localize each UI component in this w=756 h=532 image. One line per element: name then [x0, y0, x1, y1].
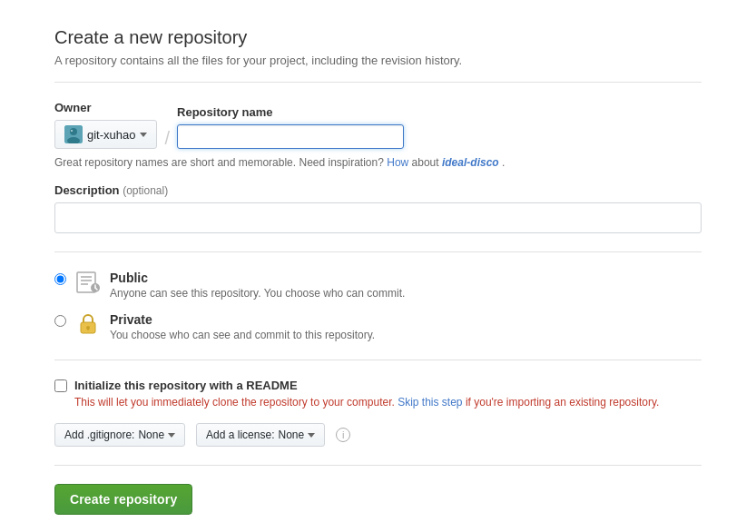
hint-part2: Need inspiration? — [299, 156, 383, 169]
private-description: You choose who can see and commit to thi… — [110, 329, 375, 341]
avatar-image — [64, 125, 83, 143]
section-divider-3 — [54, 465, 702, 466]
repo-name-label: Repository name — [177, 105, 404, 119]
description-label: Description (optional) — [54, 183, 702, 197]
initialize-section: Initialize this repository with a README… — [54, 379, 702, 409]
owner-name: git-xuhao — [87, 128, 135, 142]
visibility-group: Public Anyone can see this repository. Y… — [54, 271, 702, 341]
private-option: Private You choose who can see and commi… — [54, 312, 702, 341]
description-input[interactable] — [54, 202, 702, 233]
create-button-row: Create repository — [54, 484, 702, 515]
public-description: Anyone can see this repository. You choo… — [110, 287, 405, 300]
init-skip-link[interactable]: Skip this step — [398, 396, 462, 409]
repo-name-input[interactable] — [177, 124, 404, 149]
info-icon[interactable]: i — [336, 428, 350, 442]
owner-label: Owner — [54, 101, 157, 114]
owner-repo-separator: / — [164, 129, 170, 149]
hint-about: about — [412, 156, 439, 169]
public-label: Public — [110, 271, 405, 285]
initialize-checkbox[interactable] — [54, 379, 67, 392]
initialize-description: This will let you immediately clone the … — [74, 396, 702, 409]
dropdowns-row: Add .gitignore: None Add a license: None… — [54, 423, 702, 447]
license-caret-icon — [308, 433, 315, 438]
hint-how-link[interactable]: How — [387, 156, 408, 169]
initialize-checkbox-row: Initialize this repository with a README — [54, 379, 702, 392]
page-subtitle: A repository contains all the files for … — [54, 54, 702, 67]
owner-field-group: Owner git-xuhao — [54, 101, 157, 149]
private-lock-icon — [75, 310, 101, 336]
license-label: Add a license: — [206, 429, 274, 441]
owner-dropdown-caret-icon — [140, 133, 147, 137]
public-text: Public Anyone can see this repository. Y… — [110, 271, 405, 300]
init-desc-part2: if you're importing an existing reposito… — [466, 396, 660, 409]
gitignore-dropdown-button[interactable]: Add .gitignore: None — [54, 423, 185, 447]
page-container: Create a new repository A repository con… — [0, 0, 756, 532]
license-value: None — [278, 429, 304, 441]
page-title: Create a new repository — [54, 27, 702, 48]
section-divider-2 — [54, 360, 702, 360]
description-optional-label: (optional) — [123, 184, 168, 197]
private-text: Private You choose who can see and commi… — [110, 312, 375, 341]
svg-point-1 — [70, 128, 77, 135]
private-radio[interactable] — [54, 315, 66, 327]
owner-dropdown-button[interactable]: git-xuhao — [54, 120, 157, 149]
init-desc-part1: This will let you immediately clone the … — [74, 396, 395, 409]
create-repository-button[interactable]: Create repository — [54, 484, 192, 515]
gitignore-label: Add .gitignore: — [64, 429, 134, 441]
public-repo-icon — [75, 269, 101, 294]
hint-suffix: . — [502, 156, 505, 169]
hint-suggestion-link[interactable]: ideal-disco — [442, 156, 499, 169]
owner-avatar — [64, 125, 83, 143]
hint-part1: Great repository names are short and mem… — [54, 156, 296, 169]
section-divider-1 — [54, 251, 702, 252]
description-label-text: Description — [54, 183, 120, 197]
gitignore-caret-icon — [168, 433, 175, 438]
public-option: Public Anyone can see this repository. Y… — [54, 271, 702, 300]
description-field-group: Description (optional) — [54, 183, 702, 233]
repo-name-hint: Great repository names are short and mem… — [54, 156, 702, 169]
owner-repo-row: Owner git-xuhao / Repository name — [54, 101, 702, 149]
gitignore-value: None — [138, 429, 164, 441]
svg-point-3 — [71, 130, 73, 132]
public-radio[interactable] — [54, 273, 66, 285]
initialize-label[interactable]: Initialize this repository with a README — [74, 379, 298, 392]
license-dropdown-button[interactable]: Add a license: None — [196, 423, 325, 447]
header-divider — [54, 82, 702, 83]
repo-name-field-group: Repository name — [177, 105, 404, 149]
private-label: Private — [110, 312, 375, 327]
